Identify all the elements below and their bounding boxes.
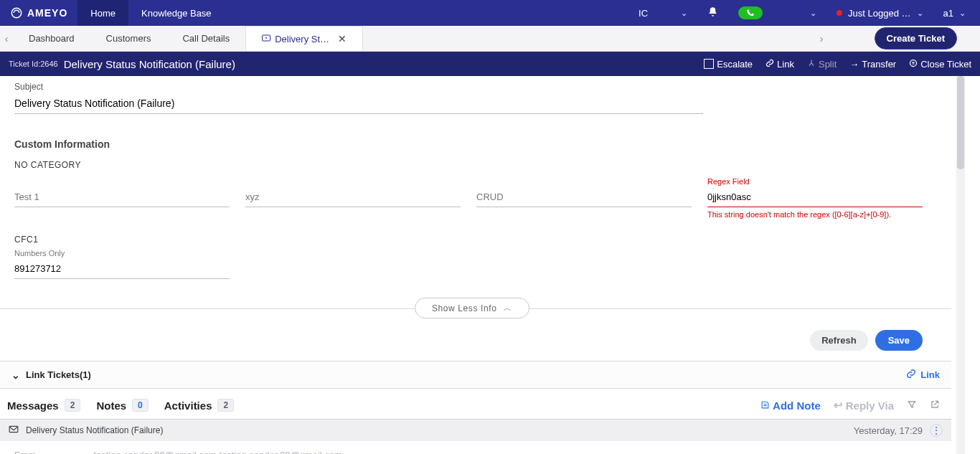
transfer-action[interactable]: → Transfer [849,59,896,70]
regex-field-label: Regex Field [707,177,750,186]
chevron-down-icon: ⌄ [959,9,966,18]
messages-count-badge: 2 [65,399,81,412]
show-less-label: Show Less Info [432,303,496,313]
link-tickets-bar[interactable]: ⌄ Link Tickets(1) Link [0,361,951,389]
chevron-down-icon: ⌄ [810,9,816,18]
escalate-label: Escalate [717,59,753,70]
tab-scroll-left[interactable]: ‹ [0,26,13,51]
from-value: testing.sender.00@gmail.com,testing.send… [93,450,342,454]
cfc1-row: Numbers Only [14,259,937,279]
save-label: Save [888,335,910,346]
ticket-icon [262,34,270,44]
user-menu[interactable]: a1 ⌄ [943,8,966,19]
tab-messages[interactable]: Messages 2 [7,399,80,412]
refresh-button[interactable]: Refresh [810,330,867,351]
tab-delivery-status[interactable]: Delivery St… ✕ [245,26,363,51]
filter-icon[interactable] [907,399,917,412]
show-less-wrap: Show Less Info ︿ [0,298,951,318]
tab-messages-label: Messages [7,399,59,412]
numbers-only-field: Numbers Only [14,259,230,279]
tab-activities[interactable]: Activities 2 [164,399,234,412]
nav-home-label: Home [90,8,116,19]
chevron-up-icon: ︿ [504,303,512,313]
ticket-actions: Escalate Link Split → Transfer Close Tic… [704,59,971,70]
tab-delivery-label: Delivery St… [275,34,329,44]
crud-field [476,187,692,219]
tab-call-details[interactable]: Call Details [166,26,245,51]
agent-status-text: Just Logged … [848,8,910,19]
message-item-title: Delivery Status Notification (Failure) [26,425,163,435]
call-status-dropdown[interactable]: ⌄ [738,6,816,19]
reply-via-button: ↩ Reply Via [834,399,894,412]
tab-call-details-label: Call Details [182,33,230,44]
test1-input[interactable] [14,187,230,207]
agent-status-dropdown[interactable]: Just Logged … ⌄ [837,8,923,19]
call-pill-icon [738,6,763,19]
svg-point-2 [265,37,267,39]
tab-notes[interactable]: Notes 0 [96,399,148,412]
ticket-id: Ticket Id:2646 [9,60,58,68]
link-tickets-action-label: Link [920,369,940,380]
save-button[interactable]: Save [875,330,923,351]
chevron-down-icon: ⌄ [681,9,687,18]
from-row: From testing.sender.00@gmail.com,testing… [0,441,951,454]
tab-notes-label: Notes [96,399,126,412]
escalate-toggle[interactable]: Escalate [704,59,753,70]
custom-fields-row: Regex Field This string doesn't match th… [14,187,937,219]
cfc1-header: CFC1 [14,235,937,245]
close-icon[interactable]: ✕ [338,34,347,44]
close-ticket-action[interactable]: Close Ticket [909,59,971,70]
close-circle-icon [909,59,918,70]
xyz-field [245,187,461,219]
scrollbar-thumb[interactable] [957,76,964,169]
ticket-header: Ticket Id:2646 Delivery Status Notificat… [0,52,980,76]
custom-info-header: Custom Information [14,138,937,150]
svg-point-0 [11,8,22,18]
subject-input[interactable] [14,95,703,114]
topbar: AMEYO Home Knowledge Base IC ⌄ ⌄ Just Lo… [0,0,980,26]
user-label: a1 [943,8,953,19]
xyz-input[interactable] [245,187,461,207]
tab-activities-label: Activities [164,399,212,412]
subject-label: Subject [14,82,937,92]
nav-knowledge-base[interactable]: Knowledge Base [128,0,225,26]
tab-customers[interactable]: Customers [90,26,167,51]
link-icon [765,59,774,70]
message-item[interactable]: Delivery Status Notification (Failure) Y… [0,419,951,441]
subtab-bar: ‹ Dashboard Customers Call Details Deliv… [0,26,980,52]
tab-dashboard[interactable]: Dashboard [13,26,90,51]
link-icon [906,369,916,381]
regex-field: Regex Field This string doesn't match th… [707,187,923,219]
bell-icon[interactable] [707,6,718,19]
from-label: From [14,450,36,454]
add-note-button[interactable]: Add Note [760,399,821,412]
link-label: Link [777,59,794,70]
form-buttons: Refresh Save [0,330,951,361]
tab-scroll-right[interactable]: › [815,26,828,51]
link-tickets-action[interactable]: Link [906,369,940,381]
vertical-scrollbar[interactable] [951,76,980,454]
crud-input[interactable] [476,187,692,207]
message-item-timestamp: Yesterday, 17:29 [854,425,923,436]
split-icon [807,59,816,70]
message-item-more[interactable]: ⋮ [930,424,943,437]
split-action[interactable]: Split [807,59,837,70]
popout-icon[interactable] [930,399,940,412]
message-actions-right: Add Note ↩ Reply Via [760,399,940,412]
ic-label: IC [639,8,648,19]
link-tickets-label: Link Tickets(1) [26,369,91,380]
content-scroll[interactable]: Subject Custom Information NO CATEGORY R… [0,76,951,454]
reply-icon: ↩ [834,399,843,412]
chevron-down-icon: ⌄ [11,369,20,381]
numbers-only-input[interactable] [14,259,230,279]
show-less-button[interactable]: Show Less Info ︿ [415,298,529,318]
scrollbar-track [956,76,965,454]
regex-input[interactable] [707,187,923,207]
ic-dropdown[interactable]: IC ⌄ [639,8,687,19]
link-action[interactable]: Link [765,59,794,70]
nav-kb-label: Knowledge Base [141,8,212,19]
nav-home[interactable]: Home [77,0,128,26]
activities-count-badge: 2 [217,399,234,412]
checkbox-icon [704,59,714,69]
create-ticket-button[interactable]: Create Ticket [875,27,957,49]
